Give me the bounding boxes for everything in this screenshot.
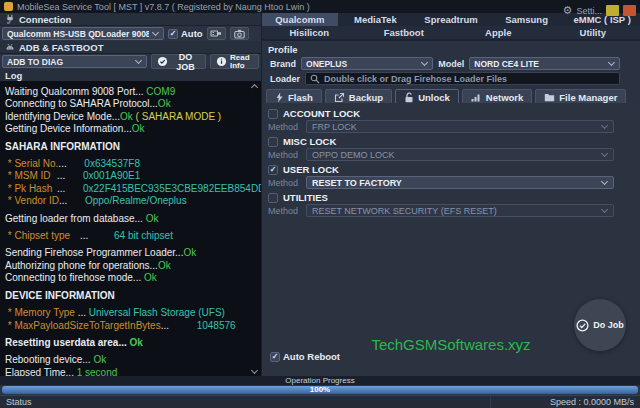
- loader-input[interactable]: Double click or Drag Firehose Loader Fil…: [305, 72, 620, 85]
- tool-tab-label: Network: [486, 92, 523, 103]
- method-label: Method: [268, 122, 301, 132]
- app-window: MobileSea Service Tool [ MST ] v7.8.7 ( …: [0, 0, 640, 408]
- scroll-down-icon[interactable]: [251, 367, 258, 374]
- platform-tab-utility[interactable]: Utility: [546, 26, 640, 39]
- user-lock-checkbox[interactable]: ✓: [268, 165, 278, 175]
- account-lock-checkbox[interactable]: [268, 109, 278, 119]
- log-line: Waiting Qualcomm 9008 Port... COM9: [5, 86, 251, 98]
- platform-tab-spreadtrum[interactable]: Spreadtrum: [413, 13, 489, 26]
- log-header-label: Log: [5, 70, 22, 81]
- method-row: MethodRESET NETWORK SECURITY (EFS RESET): [262, 204, 640, 217]
- log-line: Connecting to SAHARA Protocol...Ok: [5, 98, 251, 110]
- read-info-button[interactable]: Read Info: [210, 54, 259, 69]
- log-line: Sending Firehose Programmer Loader...Ok: [5, 247, 251, 259]
- auto-reboot-label: Auto Reboot: [283, 351, 340, 362]
- auto-reboot-checkbox[interactable]: ✓ Auto Reboot: [270, 351, 340, 362]
- camera-icon: [234, 29, 245, 39]
- chevron-down-icon: [421, 59, 428, 66]
- app-logo-icon: [4, 2, 13, 11]
- port-select[interactable]: Qualcomm HS-USB QDLoader 9008 (COM9): [2, 27, 164, 40]
- connection-header-label: Connection: [19, 14, 71, 25]
- platform-tab-mediatek[interactable]: MediaTek: [338, 13, 414, 26]
- misc-lock-checkbox[interactable]: [268, 137, 278, 147]
- status-bar: Status Speed : 0.0000 MB/s: [0, 395, 640, 408]
- brand-select[interactable]: ONEPLUS: [301, 57, 433, 70]
- usb-button[interactable]: [207, 27, 226, 40]
- log-line: * MSM ID...0x001A90E1: [5, 170, 251, 182]
- chevron-down-icon: [601, 206, 608, 213]
- lock-section-label: MISC LOCK: [283, 136, 336, 147]
- brand-model-row: Brand ONEPLUS Model NORD CE4 LITE: [262, 56, 640, 71]
- settings-gear-icon[interactable]: ⚙: [563, 5, 573, 16]
- adb-fastboot-header-label: ADB & FASTBOOT: [19, 42, 103, 53]
- chevron-down-icon: [608, 59, 615, 66]
- method-row: MethodOPPO DEMO LOCK: [262, 148, 640, 161]
- lock-section-label: ACCOUNT LOCK: [283, 108, 360, 119]
- lock-section-user-lock: ✓USER LOCK: [262, 163, 640, 176]
- brand-label: Brand: [270, 59, 296, 69]
- progress-percent: 100%: [310, 385, 330, 394]
- tool-tab-label: File Manager: [559, 92, 617, 103]
- log-line: * MaxPayloadSizeToTargetInBytes...104857…: [5, 320, 251, 332]
- chevron-down-icon: [601, 150, 608, 157]
- profile-header: Profile: [262, 41, 640, 56]
- method-select-value: RESET TO FACTORY: [312, 178, 598, 188]
- method-label: Method: [268, 178, 301, 188]
- left-panel: Connection Qualcomm HS-USB QDLoader 9008…: [0, 13, 262, 376]
- lock-section-label: USER LOCK: [283, 164, 339, 175]
- platform-tab-fastboot[interactable]: Fastboot: [357, 26, 452, 39]
- close-button[interactable]: [623, 5, 636, 16]
- user-lock-method-select[interactable]: RESET TO FACTORY: [306, 176, 614, 189]
- unlock-panel: ACCOUNT LOCKMethodFRP LOCKMISC LOCKMetho…: [262, 103, 640, 376]
- flash-icon: [275, 92, 284, 103]
- chevron-down-icon: [135, 57, 142, 64]
- usb-icon: [210, 29, 222, 38]
- log-line: * Chipset type...64 bit chipset: [5, 230, 251, 242]
- platform-tab-qualcomm[interactable]: Qualcomm: [262, 13, 338, 26]
- platform-tab-samsung[interactable]: Samsung: [489, 13, 565, 26]
- method-select-value: OPPO DEMO LOCK: [312, 150, 598, 160]
- adb-fastboot-header: ADB & FASTBOOT: [0, 41, 261, 54]
- model-select[interactable]: NORD CE4 LITE: [469, 57, 620, 70]
- progress-fill: 100%: [2, 386, 638, 394]
- backup-icon: [334, 92, 345, 103]
- method-label: Method: [268, 206, 301, 216]
- settings-label[interactable]: Setti...: [576, 6, 602, 16]
- search-icon: [310, 74, 320, 84]
- platform-tab-apple[interactable]: Apple: [451, 26, 546, 39]
- log-output[interactable]: Waiting Qualcomm 9008 Port... COM9Connec…: [0, 81, 261, 376]
- log-line: * Memory Type ... Universal Flash Storag…: [5, 307, 251, 319]
- progress-bar: 100%: [2, 386, 638, 394]
- do-job-button[interactable]: DO JOB: [151, 54, 206, 69]
- misc-lock-method-select: OPPO DEMO LOCK: [306, 148, 614, 161]
- model-label: Model: [438, 59, 464, 69]
- window-controls: ⚙ Setti...: [563, 5, 636, 16]
- log-line: * Pk Hash...0x22F415BEC935E3CBE982EEB854…: [5, 183, 251, 195]
- window-title: MobileSea Service Tool [ MST ] v7.8.7 ( …: [17, 2, 310, 12]
- checkbox-icon: ✓: [168, 29, 178, 39]
- platform-tabs-row2: HisiliconFastbootAppleUtility: [262, 26, 640, 41]
- log-line: Getting Device Information...Ok: [5, 123, 251, 135]
- log-line: SAHARA INFORMATION: [5, 141, 251, 153]
- lock-section-misc-lock: MISC LOCK: [262, 135, 640, 148]
- adb-mode-value: ADB TO DIAG: [7, 57, 132, 67]
- log-line: Resetting userdata area... Ok: [5, 337, 251, 349]
- tool-tab-label: Unlock: [418, 92, 450, 103]
- utilities-checkbox[interactable]: [268, 193, 278, 203]
- log-scrollbar[interactable]: [251, 83, 259, 375]
- loader-row: Loader Double click or Drag Firehose Loa…: [262, 71, 640, 86]
- camera-button[interactable]: [230, 27, 249, 40]
- minimize-button[interactable]: [606, 5, 619, 16]
- checkbox-icon: ✓: [270, 352, 280, 362]
- log-line: Identifying Device Mode...Ok ( SAHARA MO…: [5, 111, 251, 123]
- unlock-icon: [404, 92, 414, 103]
- status-bar-divider: [490, 396, 491, 408]
- network-icon: [471, 92, 482, 102]
- auto-checkbox[interactable]: ✓ Auto: [168, 28, 203, 39]
- method-label: Method: [268, 150, 301, 160]
- platform-tab-hisilicon[interactable]: Hisilicon: [262, 26, 357, 39]
- connection-header: Connection: [0, 13, 261, 26]
- scroll-up-icon[interactable]: [251, 84, 258, 91]
- adb-mode-select[interactable]: ADB TO DIAG: [2, 55, 147, 68]
- log-line: * Serial No....0x634537F8: [5, 158, 251, 170]
